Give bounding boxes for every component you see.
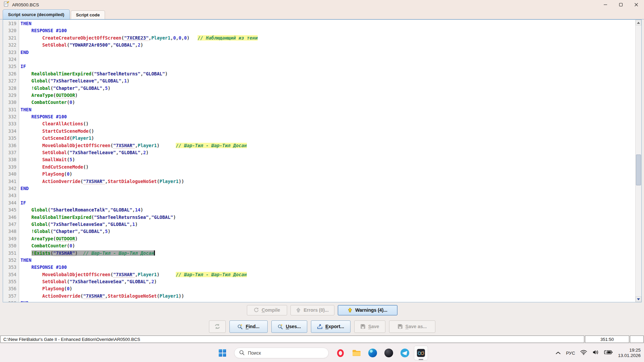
scroll-up-arrow-icon[interactable]: [636, 20, 641, 25]
line-number: 326: [3, 70, 19, 77]
script-editor[interactable]: 319THEN320 RESPONSE #100321 CreateCreatu…: [3, 19, 642, 302]
code-text: CreateCreatureObjectOffScreen("7XCRE23",…: [19, 35, 258, 42]
code-line: 354 MoveGlobalObjectOffScreen("7XSHAR",P…: [3, 271, 635, 278]
line-number: 354: [3, 271, 19, 278]
code-line: 340 PlaySong(0): [3, 171, 635, 178]
scroll-down-arrow-icon[interactable]: [636, 296, 641, 302]
warnings-button[interactable]: Warnings (4)...: [338, 305, 397, 315]
arrow-up-icon: [296, 307, 301, 313]
speaker-icon[interactable]: [592, 350, 599, 356]
system-tray: РУС 19:25 13.01.2026: [555, 344, 641, 362]
taskbar-app-opera[interactable]: [333, 346, 347, 360]
taskbar-app-near-infinity[interactable]: [414, 346, 428, 360]
code-line: 327 Global("7xSharTeelLeave","GLOBAL",1): [3, 77, 635, 84]
line-number: 330: [3, 99, 19, 106]
line-number: 323: [3, 49, 19, 56]
refresh-button[interactable]: [209, 320, 226, 333]
code-line: 346 RealGlobalTimerExpired("SharTeelRetu…: [3, 214, 635, 221]
button-label: Export...: [325, 324, 344, 329]
search-input[interactable]: Поиск: [234, 348, 329, 358]
code-line: 350 CombatCounter(0): [3, 242, 635, 249]
edge-icon: [368, 349, 377, 357]
scrollbar-thumb[interactable]: [636, 155, 641, 185]
export-button[interactable]: Export...: [311, 320, 351, 333]
code-line: 334 StartCutSceneMode(): [3, 128, 635, 135]
code-line: 323END: [3, 49, 635, 56]
taskbar: Поиск РУС 19:25 13.01.2026: [0, 343, 644, 362]
status-spacer: [630, 336, 644, 343]
code-text: MoveGlobalObjectOffScreen("7XSHAR",Playe…: [19, 271, 247, 278]
language-indicator[interactable]: РУС: [566, 351, 575, 356]
line-number: 343: [3, 192, 19, 199]
export-icon: [317, 324, 323, 329]
code-line: 358END: [3, 300, 635, 302]
code-line: 332 RESPONSE #100: [3, 113, 635, 120]
taskbar-app-explorer[interactable]: [350, 346, 364, 360]
line-number: 331: [3, 106, 19, 113]
code-text: ActionOverride("7XSHAR",StartDialogueNoS…: [19, 178, 184, 185]
telegram-icon: [400, 349, 409, 357]
code-text: StartCutSceneMode(): [19, 128, 94, 135]
near-infinity-icon: [417, 349, 425, 357]
taskbar-app-telegram[interactable]: [398, 346, 412, 360]
button-label: Find...: [246, 324, 259, 329]
minimize-button[interactable]: [598, 0, 613, 9]
code-line: 341 ActionOverride("7XSHAR",StartDialogu…: [3, 178, 635, 185]
code-text: CombatCounter(0): [19, 242, 75, 249]
code-text: RESPONSE #100: [19, 27, 67, 34]
vertical-scrollbar[interactable]: [635, 20, 641, 302]
code-line: 355 SetGlobal("7xSharTeelLeaveSea","GLOB…: [3, 278, 635, 285]
tray-chevron-up-icon[interactable]: [555, 350, 561, 356]
line-number: 344: [3, 199, 19, 206]
battery-charging-icon[interactable]: [604, 350, 613, 356]
code-text: ClearAllActions(): [19, 120, 89, 127]
code-text: MoveGlobalObjectOffScreen("7XSHAR",Playe…: [19, 142, 247, 149]
line-number: 328: [3, 85, 19, 92]
line-number: 320: [3, 27, 19, 34]
line-number: 349: [3, 235, 19, 242]
code-text: END: [19, 300, 29, 302]
code-text: IF: [19, 199, 26, 206]
tab-script-source[interactable]: Script source (decompiled): [3, 9, 70, 19]
code-text: THEN: [19, 257, 32, 264]
taskbar-app-dark-app[interactable]: [382, 346, 396, 360]
maximize-button[interactable]: [613, 0, 629, 9]
code-line: 356 PlaySong(0): [3, 285, 635, 292]
start-button[interactable]: [215, 346, 229, 360]
selected-text: !Exists("7XSHAR") // Шар-Тил - Шар-Тил Д…: [32, 250, 155, 256]
saveas-button[interactable]: Save as...: [389, 320, 435, 333]
wifi-icon[interactable]: [580, 350, 587, 356]
compile-icon: [254, 307, 259, 313]
line-number: 340: [3, 171, 19, 178]
button-label: Save: [368, 324, 379, 329]
code-line: 343: [3, 192, 635, 199]
compile-button[interactable]: Compile: [247, 305, 287, 315]
taskbar-app-edge[interactable]: [366, 346, 380, 360]
save-button[interactable]: Save: [354, 320, 385, 333]
code-text: ActionOverride("7XSHAR",StartDialogueNoS…: [19, 293, 184, 300]
code-line: 333 ClearAllActions(): [3, 120, 635, 127]
button-label: Errors (0)...: [304, 307, 329, 313]
window-title: AR0500.BCS: [12, 2, 39, 7]
code-line: 336 MoveGlobalObjectOffScreen("7XSHAR",P…: [3, 142, 635, 149]
uses-button[interactable]: Uses...: [271, 320, 307, 333]
code-text: EndCutSceneMode(): [19, 164, 89, 171]
close-button[interactable]: [629, 0, 644, 9]
code-line: 328 !Global("Chapter","GLOBAL",5): [3, 85, 635, 92]
find-button[interactable]: Find...: [229, 320, 268, 333]
code-line: 357 ActionOverride("7XSHAR",StartDialogu…: [3, 293, 635, 300]
code-area[interactable]: 319THEN320 RESPONSE #100321 CreateCreatu…: [3, 20, 635, 302]
tab-script-code[interactable]: Script code: [71, 10, 105, 19]
line-number: 327: [3, 77, 19, 84]
errors-button[interactable]: Errors (0)...: [290, 305, 334, 315]
code-line: 331THEN: [3, 106, 635, 113]
line-number: 351: [3, 250, 19, 257]
code-line: 322 SetGlobal("YDWARF2Ar0500","GLOBAL",2…: [3, 42, 635, 49]
code-text: RealGlobalTimerExpired("SharTeelReturns"…: [19, 70, 168, 77]
code-text: CombatCounter(0): [19, 99, 75, 106]
file-icon: [3, 1, 9, 8]
taskbar-clock[interactable]: 19:25 13.01.2026: [618, 348, 641, 358]
code-line: 320 RESPONSE #100: [3, 27, 635, 34]
code-text: PlaySong(0): [19, 171, 72, 178]
refresh-icon: [214, 323, 221, 329]
